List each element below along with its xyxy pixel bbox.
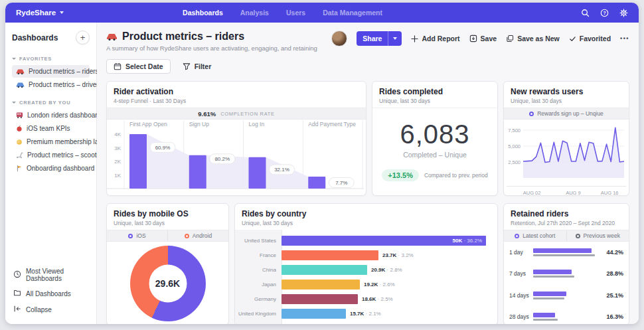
retention-row-1-day: 1 day 44.2%	[509, 248, 623, 256]
card-title: Rides by country	[242, 209, 491, 218]
page-title-row: Product metrics – riders	[106, 31, 317, 42]
svg-text:3K: 3K	[114, 145, 121, 151]
filter-button[interactable]: Filter	[183, 62, 212, 70]
retention-bar-current	[533, 270, 572, 274]
sidebar-item-product-metrics-drivers[interactable]: Product metrics – drivers	[12, 78, 90, 91]
card-new-rewards-users: New rewards users Unique, last 30 days R…	[503, 81, 629, 196]
svg-text:1K: 1K	[114, 173, 121, 179]
chevron-down-icon	[12, 58, 16, 60]
x-tick: AUG 16	[601, 190, 619, 196]
card-title: Rides by mobile OS	[114, 209, 222, 218]
nav-link-dashboards[interactable]: Dashboards	[183, 9, 223, 17]
line-legend: Rewards sign up – Unqiue	[504, 108, 629, 120]
save-button[interactable]: Save	[469, 35, 497, 42]
country-row-china: China20.9K · 2.8%	[235, 264, 492, 275]
svg-text:Sign Up: Sign Up	[189, 121, 210, 127]
collapse-icon	[13, 305, 21, 314]
legend-item-ios[interactable]: iOS	[107, 230, 167, 241]
country-row-france: France23.7K · 3.2%	[235, 250, 492, 260]
sidebar-footer: Most Viewed DashboardsAll DashboardsColl…	[12, 264, 90, 317]
svg-text:60.9%: 60.9%	[155, 145, 171, 151]
sidebar-item-product-metrics-scooters[interactable]: Product metrics – scooters	[12, 149, 90, 161]
more-options-button[interactable]: •••	[620, 35, 629, 42]
country-row-japan: Japan19.2K · 2.6%	[235, 279, 492, 289]
sidebar-item-product-metrics-riders[interactable]: Product metrics – riders	[12, 65, 90, 78]
card-title: Retained riders	[511, 209, 622, 218]
avatar[interactable]	[331, 31, 347, 46]
card-title: Rider activation	[114, 87, 359, 96]
completion-rate-label: COMPLETION RATE	[220, 111, 275, 117]
add-report-button[interactable]: Add Report	[411, 35, 459, 42]
svg-text:7.7%: 7.7%	[335, 180, 347, 186]
svg-text:7,500: 7,500	[508, 127, 521, 133]
card-subtitle: Unique, last 30 days	[242, 220, 491, 226]
retention-bar-previous	[533, 297, 564, 299]
sidebar-item-london-riders-dashboard[interactable]: London riders dashboard	[12, 109, 90, 122]
moon-icon	[16, 139, 23, 145]
sidebar-footer-collapse[interactable]: Collapse	[12, 301, 90, 317]
card-title: New rewards users	[511, 87, 622, 96]
sidebar-item-premium-membership-launch[interactable]: Premium membership launch	[12, 135, 90, 148]
check-icon	[569, 35, 576, 42]
legend-ring-icon	[515, 234, 519, 238]
share-dropdown[interactable]	[388, 31, 402, 46]
nav-link-analysis[interactable]: Analysis	[240, 9, 269, 17]
card-retained-riders: Retained riders Retention, Jul 27th 2020…	[503, 203, 629, 324]
select-date-button[interactable]: Select Date	[106, 59, 171, 74]
bus-icon	[16, 112, 23, 119]
red-car-icon	[16, 68, 25, 75]
country-bar	[282, 309, 346, 319]
retention-bar-current	[533, 291, 566, 296]
sidebar-footer-most-viewed-dashboards[interactable]: Most Viewed Dashboards	[12, 264, 90, 286]
save-as-new-button[interactable]: Save as New	[506, 35, 560, 42]
completion-rate-bar: 9.61% COMPLETION RATE	[107, 108, 366, 120]
delta-badge: +13.5%	[382, 169, 419, 181]
sidebar-footer-all-dashboards[interactable]: All Dashboards	[12, 286, 90, 301]
help-icon[interactable]: ?	[600, 9, 609, 17]
legend-item-latest-cohort[interactable]: Latest cohort	[504, 230, 566, 241]
sidebar-section-favorites[interactable]: FAVORITES	[12, 56, 90, 62]
share-button[interactable]: Share	[357, 31, 402, 46]
retention-bar-previous	[533, 254, 595, 256]
search-icon[interactable]	[581, 9, 590, 17]
favorited-button[interactable]: Favorited	[569, 35, 611, 42]
card-rides-by-country: Rides by country Unique, last 30 days Un…	[234, 203, 498, 324]
svg-text:4K: 4K	[114, 131, 121, 137]
filter-icon	[183, 62, 191, 70]
legend-item-android[interactable]: Android	[167, 230, 228, 241]
svg-text:32.1%: 32.1%	[274, 167, 289, 173]
blue-car-icon	[16, 82, 25, 88]
svg-text:5,000: 5,000	[508, 143, 521, 149]
nav-link-data-management[interactable]: Data Management	[323, 9, 382, 17]
sidebar-section-created-by-you[interactable]: CREATED BY YOU	[12, 100, 90, 106]
big-number-value: 6,083	[400, 120, 469, 149]
funnel-chart: 4K3K2K1KFirst App OpenSign UpLog InAdd P…	[107, 120, 366, 196]
retention-legend: Latest cohortPrevious week	[504, 230, 629, 242]
share-label: Share	[357, 31, 388, 46]
add-dashboard-button[interactable]: +	[76, 31, 90, 44]
country-bar: 50K · 36.2%	[282, 236, 486, 246]
save-icon	[469, 35, 477, 42]
legend-item-previous-week[interactable]: Previous week	[566, 230, 629, 241]
legend-ring-icon	[576, 234, 580, 238]
retention-bar-previous	[533, 276, 574, 278]
sidebar-sections: FAVORITESProduct metrics – ridersProduct…	[12, 47, 90, 175]
legend-item-rewards-sign-up-unqiue[interactable]: Rewards sign up – Unqiue	[504, 108, 629, 119]
plus-icon	[411, 35, 418, 42]
donut-chart: 29.6K	[130, 246, 206, 321]
nav-links: DashboardsAnalysisUsersData Management	[183, 9, 382, 17]
line-chart: 7,5005,0002,500	[504, 120, 629, 186]
legend-ring-icon	[185, 234, 189, 238]
chevron-down-icon	[12, 102, 16, 104]
app-window: RydeShare DashboardsAnalysisUsersData Ma…	[5, 3, 639, 324]
nav-link-users[interactable]: Users	[286, 9, 305, 17]
gear-icon[interactable]	[619, 9, 628, 17]
main-content: Product metrics – riders A summary of ho…	[97, 23, 639, 324]
donut-legend: iOSAndroid	[107, 230, 228, 242]
legend-ring-icon	[128, 234, 133, 238]
brand-menu[interactable]: RydeShare	[16, 9, 64, 17]
svg-text:Log In: Log In	[249, 121, 265, 127]
sidebar-item-ios-team-kpis[interactable]: iOS team KPIs	[12, 122, 90, 135]
x-tick: AUG 02	[523, 190, 541, 196]
sidebar-item-onboarding-dashboard[interactable]: Onboarding dashboard	[12, 162, 90, 175]
